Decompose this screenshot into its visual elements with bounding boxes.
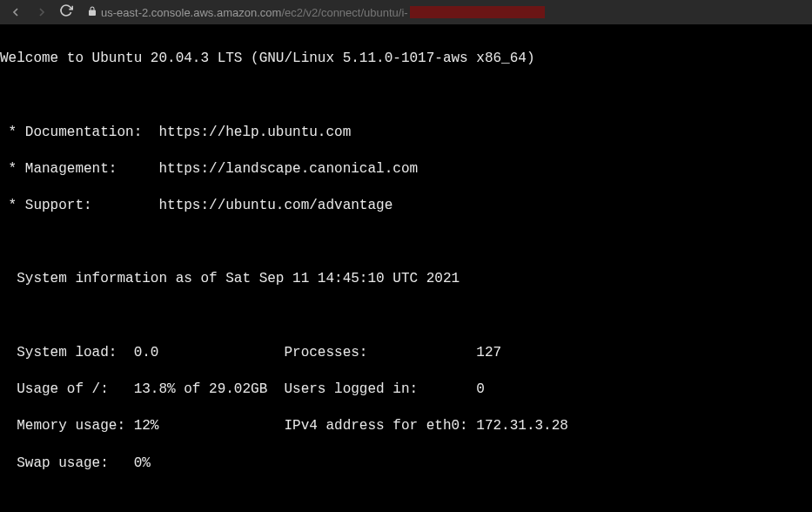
sysinfo-row: Usage of /: 13.8% of 29.02GB Users logge… bbox=[0, 381, 812, 399]
redacted-instance-id bbox=[410, 6, 545, 18]
sysinfo-row: Swap usage: 0% bbox=[0, 455, 812, 473]
blank-line bbox=[0, 307, 812, 326]
motd-mgmt: * Management: https://landscape.canonica… bbox=[0, 160, 812, 179]
sysinfo-header: System information as of Sat Sep 11 14:4… bbox=[0, 270, 812, 288]
url-path: /ec2/v2/connect/ubuntu/i- bbox=[281, 6, 407, 19]
motd-support: * Support: https://ubuntu.com/advantage bbox=[0, 197, 812, 215]
forward-button[interactable] bbox=[33, 5, 50, 19]
url-host: us-east-2.console.aws.amazon.com bbox=[101, 6, 281, 19]
browser-navigation-bar: us-east-2.console.aws.amazon.com/ec2/v2/… bbox=[0, 0, 812, 24]
blank-line bbox=[0, 86, 812, 104]
back-button[interactable] bbox=[7, 5, 24, 19]
terminal-output[interactable]: Welcome to Ubuntu 20.04.3 LTS (GNU/Linux… bbox=[0, 24, 812, 512]
blank-line bbox=[0, 491, 812, 509]
blank-line bbox=[0, 233, 812, 252]
sysinfo-row: Memory usage: 12% IPv4 address for eth0:… bbox=[0, 417, 812, 435]
address-bar[interactable]: us-east-2.console.aws.amazon.com/ec2/v2/… bbox=[87, 6, 545, 19]
reload-button[interactable] bbox=[59, 3, 73, 22]
sysinfo-row: System load: 0.0 Processes: 127 bbox=[0, 344, 812, 362]
motd-doc: * Documentation: https://help.ubuntu.com bbox=[0, 124, 812, 142]
motd-welcome: Welcome to Ubuntu 20.04.3 LTS (GNU/Linux… bbox=[0, 50, 812, 68]
lock-icon bbox=[87, 6, 97, 19]
